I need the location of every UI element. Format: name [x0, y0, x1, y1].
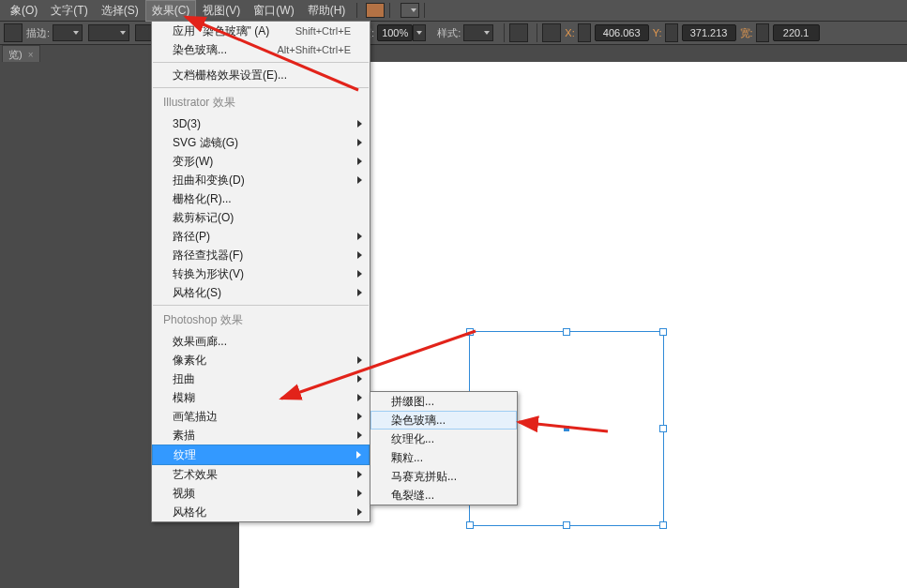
- separator: [153, 305, 369, 306]
- y-link-icon[interactable]: [665, 23, 678, 42]
- y-label: Y:: [653, 27, 662, 38]
- texture-submenu: 拼缀图...染色玻璃...纹理化...颗粒...马赛克拼贴...龟裂缝...: [370, 391, 518, 505]
- last-effect[interactable]: 染色玻璃... Alt+Shift+Ctrl+E: [152, 40, 370, 59]
- separator: [389, 3, 390, 18]
- menu-item[interactable]: 视频: [152, 484, 370, 503]
- separator: [153, 87, 369, 88]
- stroke-label: 描边:: [26, 26, 50, 40]
- bridge-icon[interactable]: [366, 3, 385, 18]
- w-label: 宽:: [740, 26, 753, 40]
- style-swatch[interactable]: [463, 24, 493, 41]
- object-icon[interactable]: [4, 23, 23, 42]
- menu-item[interactable]: 3D(3): [152, 114, 370, 133]
- shortcut: Alt+Shift+Ctrl+E: [277, 40, 351, 59]
- menu-item[interactable]: 像素化: [152, 351, 370, 369]
- menu-item[interactable]: 画笔描边: [152, 407, 370, 426]
- center-point[interactable]: [564, 426, 569, 431]
- menu-item[interactable]: 转换为形状(V): [152, 264, 370, 283]
- menu-item[interactable]: 路径查找器(F): [152, 246, 370, 264]
- menu-item[interactable]: SVG 滤镜(G): [152, 133, 370, 152]
- menubar: 象(O) 文字(T) 选择(S) 效果(C) 视图(V) 窗口(W) 帮助(H): [0, 0, 907, 22]
- w-value[interactable]: 220.1: [773, 24, 820, 41]
- menu-select[interactable]: 选择(S): [95, 0, 145, 22]
- menu-item[interactable]: 栅格化(R)...: [152, 189, 370, 208]
- separator: [356, 3, 357, 18]
- workspace: [0, 62, 907, 588]
- menu-item[interactable]: 模糊: [152, 388, 370, 407]
- handle-ne[interactable]: [659, 328, 667, 336]
- submenu-item[interactable]: 纹理化...: [370, 430, 517, 448]
- divider: [537, 23, 537, 42]
- document-tab[interactable]: 览) ×: [2, 45, 40, 64]
- close-icon[interactable]: ×: [28, 50, 34, 60]
- menu-item[interactable]: 风格化: [152, 503, 370, 521]
- menu-item-texture[interactable]: 纹理: [152, 445, 370, 465]
- menu-label: 文档栅格效果设置(E)...: [173, 68, 287, 82]
- menu-item[interactable]: 扭曲: [152, 369, 370, 388]
- w-link-icon[interactable]: [756, 23, 769, 42]
- menu-item[interactable]: 风格化(S): [152, 283, 370, 302]
- menu-item[interactable]: 变形(W): [152, 152, 370, 171]
- options-bar: 描边: 度: 100% 样式: X: 406.063 Y: 371.213 宽:…: [0, 22, 907, 45]
- style-label: 样式:: [437, 26, 461, 40]
- menu-item[interactable]: 效果画廊...: [152, 332, 370, 351]
- align-icon[interactable]: [509, 23, 528, 42]
- menu-label: 染色玻璃...: [173, 43, 227, 56]
- menu-type[interactable]: 文字(T): [44, 0, 94, 22]
- separator: [153, 62, 369, 63]
- section-illustrator: Illustrator 效果: [152, 91, 370, 114]
- menu-window[interactable]: 窗口(W): [247, 0, 300, 22]
- submenu-item[interactable]: 拼缀图...: [370, 392, 517, 411]
- menu-object[interactable]: 象(O): [4, 0, 44, 22]
- menu-view[interactable]: 视图(V): [196, 0, 247, 22]
- section-photoshop: Photoshop 效果: [152, 309, 370, 332]
- transform-icon[interactable]: [542, 23, 561, 42]
- doc-raster-settings[interactable]: 文档栅格效果设置(E)...: [152, 66, 370, 84]
- menu-item[interactable]: 裁剪标记(O): [152, 208, 370, 227]
- handle-nw[interactable]: [466, 328, 474, 336]
- shortcut: Shift+Ctrl+E: [295, 22, 351, 40]
- submenu-item[interactable]: 颗粒...: [370, 448, 517, 467]
- menu-label: 应用 "染色玻璃" (A): [173, 24, 269, 38]
- menu-item[interactable]: 素描: [152, 426, 370, 445]
- menu-item[interactable]: 扭曲和变换(D): [152, 171, 370, 189]
- arrange-docs-icon[interactable]: [401, 3, 419, 18]
- handle-n[interactable]: [563, 328, 570, 336]
- handle-se[interactable]: [659, 521, 667, 529]
- handle-sw[interactable]: [466, 521, 474, 529]
- effect-menu: 应用 "染色玻璃" (A) Shift+Ctrl+E 染色玻璃... Alt+S…: [151, 21, 370, 522]
- stroke-color-swatch[interactable]: [53, 24, 83, 41]
- separator: [424, 3, 425, 18]
- handle-e[interactable]: [659, 425, 667, 432]
- y-value[interactable]: 371.213: [682, 24, 736, 41]
- x-label: X:: [565, 27, 574, 38]
- menu-help[interactable]: 帮助(H): [301, 0, 353, 22]
- opacity-value[interactable]: 100%: [377, 24, 413, 41]
- opacity-dropdown[interactable]: [413, 24, 426, 41]
- tab-label: 览): [8, 48, 23, 62]
- x-value[interactable]: 406.063: [595, 24, 649, 41]
- submenu-item[interactable]: 马赛克拼贴...: [370, 467, 517, 486]
- apply-last-effect[interactable]: 应用 "染色玻璃" (A) Shift+Ctrl+E: [152, 22, 370, 40]
- menu-effect[interactable]: 效果(C): [145, 0, 197, 22]
- menu-item[interactable]: 路径(P): [152, 227, 370, 246]
- submenu-stained-glass[interactable]: 染色玻璃...: [370, 411, 517, 430]
- x-link-icon[interactable]: [578, 23, 591, 42]
- divider: [504, 23, 505, 42]
- submenu-item[interactable]: 龟裂缝...: [370, 486, 517, 505]
- handle-s[interactable]: [563, 521, 570, 529]
- menu-item[interactable]: 艺术效果: [152, 465, 370, 484]
- stroke-weight[interactable]: [88, 24, 129, 41]
